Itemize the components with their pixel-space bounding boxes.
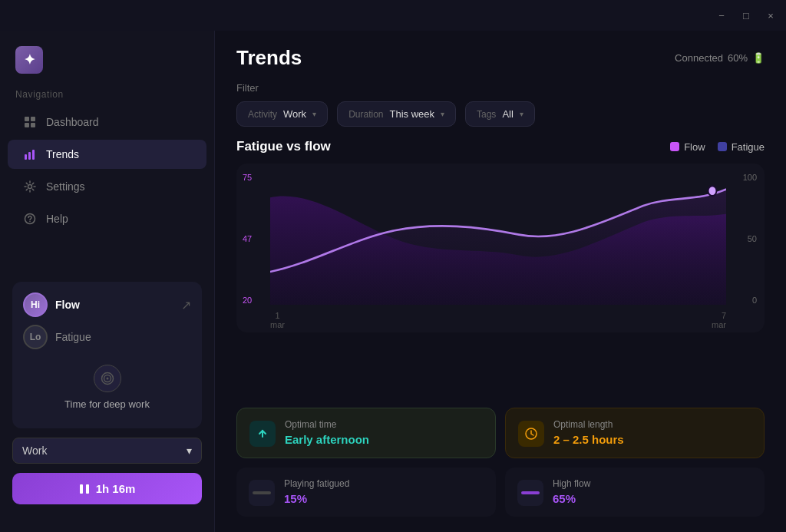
tags-filter[interactable]: Tags All ▾ <box>465 101 535 127</box>
dashboard-icon <box>23 115 37 129</box>
svg-rect-14 <box>86 484 89 494</box>
optimal-length-card: Optimal length 2 – 2.5 hours <box>505 408 765 458</box>
maximize-button[interactable]: □ <box>740 9 752 21</box>
y-right-bot: 0 <box>743 296 757 305</box>
svg-rect-0 <box>25 117 29 121</box>
main-header: Trends Connected 60% 🔋 <box>215 31 786 82</box>
connection-status: Connected 60% 🔋 <box>675 52 765 64</box>
svg-rect-4 <box>25 154 27 160</box>
high-flow-icon <box>517 480 543 506</box>
settings-label: Settings <box>46 180 85 193</box>
minimize-button[interactable]: − <box>715 9 728 21</box>
x-label-end: 7 mar <box>712 311 726 329</box>
high-flow-content: High flow 65% <box>553 478 752 505</box>
svg-rect-1 <box>31 117 35 121</box>
high-flow-label: High flow <box>553 478 752 489</box>
filter-label: Filter <box>236 82 765 94</box>
svg-rect-3 <box>31 123 35 127</box>
y-axis-left: 75 47 20 <box>243 173 252 305</box>
tags-filter-label: Tags <box>477 109 496 120</box>
y-right-top: 100 <box>743 173 757 182</box>
optimal-time-icon <box>249 421 276 447</box>
playing-fatigued-icon <box>249 480 275 506</box>
battery-icon: 🔋 <box>752 52 765 64</box>
high-flow-card: High flow 65% <box>505 468 765 517</box>
chart-header: Fatigue vs flow Flow Fatigue <box>236 139 765 154</box>
work-dropdown-arrow: ▾ <box>187 444 192 457</box>
y-left-top: 75 <box>243 173 252 182</box>
svg-point-7 <box>28 185 32 189</box>
chart-title: Fatigue vs flow <box>236 139 331 154</box>
playing-fatigued-value: 15% <box>284 492 484 505</box>
external-link-icon[interactable]: ↗ <box>181 298 191 312</box>
optimal-time-label: Optimal time <box>285 419 483 430</box>
duration-filter-label: Duration <box>348 109 383 120</box>
optimal-length-content: Optimal length 2 – 2.5 hours <box>553 419 751 446</box>
activity-filter-value: Work <box>283 108 306 120</box>
app-logo: ✦ <box>15 46 43 74</box>
sidebar: ✦ Navigation Dashboard <box>0 31 215 532</box>
y-axis-right: 100 50 0 <box>743 173 757 305</box>
help-label: Help <box>46 213 68 225</box>
svg-rect-5 <box>28 152 31 160</box>
activity-filter[interactable]: Activity Work ▾ <box>236 101 328 127</box>
sidebar-item-dashboard[interactable]: Dashboard <box>8 107 206 137</box>
flow-legend-label: Flow <box>684 141 705 153</box>
flow-item: Hi Flow ↗ <box>23 292 191 317</box>
main-content: Trends Connected 60% 🔋 Filter Activity W… <box>215 31 786 532</box>
activity-filter-label: Activity <box>248 109 277 120</box>
sidebar-item-help[interactable]: Help <box>8 204 206 233</box>
tags-filter-value: All <box>502 108 513 120</box>
work-dropdown-value: Work <box>22 444 47 457</box>
sidebar-logo: ✦ <box>0 46 214 89</box>
fatigue-name: Fatigue <box>55 331 91 343</box>
flow-avatar: Hi <box>23 292 48 317</box>
filter-bar: Activity Work ▾ Duration This week ▾ Tag… <box>236 101 765 127</box>
playing-fatigued-label: Playing fatigued <box>284 478 484 489</box>
y-right-mid: 50 <box>743 234 757 243</box>
battery-percent: 60% <box>728 52 748 64</box>
connection-label: Connected <box>675 52 723 64</box>
close-button[interactable]: × <box>765 9 777 21</box>
flow-legend-dot <box>670 142 679 151</box>
work-dropdown[interactable]: Work ▾ <box>12 438 202 464</box>
timer-label: 1h 16m <box>96 482 136 495</box>
svg-rect-6 <box>32 150 35 160</box>
sidebar-item-settings[interactable]: Settings <box>8 172 206 201</box>
duration-filter-arrow: ▾ <box>441 110 444 118</box>
app-layout: ✦ Navigation Dashboard <box>0 31 786 532</box>
tags-filter-arrow: ▾ <box>520 110 523 118</box>
deep-work-section: Time for deep work <box>23 357 191 418</box>
page-title: Trends <box>236 46 302 70</box>
fatigue-legend-label: Fatigue <box>732 141 765 153</box>
trends-label: Trends <box>46 148 79 160</box>
svg-point-9 <box>29 221 31 223</box>
optimal-length-value: 2 – 2.5 hours <box>553 433 751 446</box>
svg-rect-2 <box>25 123 29 127</box>
playing-fatigued-content: Playing fatigued 15% <box>284 478 484 505</box>
sidebar-item-trends[interactable]: Trends <box>8 140 206 169</box>
y-left-bot: 20 <box>243 296 252 305</box>
high-flow-value: 65% <box>553 492 752 505</box>
sidebar-bottom: Hi Flow ↗ Lo Fatigue <box>0 269 214 517</box>
timer-button[interactable]: 1h 16m <box>12 473 202 504</box>
chart-svg <box>270 173 726 305</box>
titlebar: − □ × <box>0 0 786 31</box>
optimal-time-value: Early afternoon <box>285 433 483 446</box>
fatigue-legend-dot <box>718 142 727 151</box>
duration-filter-value: This week <box>389 108 434 120</box>
flow-card: Hi Flow ↗ Lo Fatigue <box>12 282 202 428</box>
deep-work-label: Time for deep work <box>23 398 191 410</box>
fatigue-item: Lo Fatigue <box>23 325 191 349</box>
x-axis-labels: 1 mar 7 mar <box>270 311 726 329</box>
svg-point-15 <box>708 186 717 196</box>
chart-section: Fatigue vs flow Flow Fatigue 75 47 <box>215 139 786 408</box>
svg-rect-13 <box>80 484 83 494</box>
flow-name: Flow <box>55 299 80 311</box>
duration-filter[interactable]: Duration This week ▾ <box>337 101 456 127</box>
optimal-time-card: Optimal time Early afternoon <box>236 408 496 458</box>
optimal-length-label: Optimal length <box>553 419 751 430</box>
dashboard-label: Dashboard <box>46 116 99 128</box>
bottom-cards: Optimal time Early afternoon Optimal len… <box>215 408 786 532</box>
target-icon <box>94 365 121 392</box>
